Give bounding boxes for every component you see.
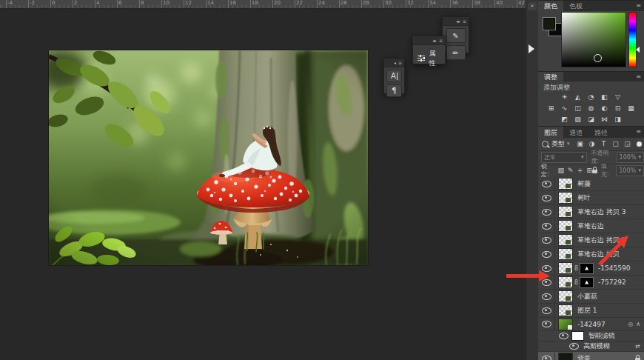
tab-swatches[interactable]: 色板 — [563, 1, 588, 11]
threshold-icon[interactable]: ▨ — [573, 115, 583, 124]
visibility-toggle[interactable] — [538, 219, 555, 233]
opacity-select[interactable]: 100% ▾ — [617, 152, 644, 163]
levels-icon[interactable]: ◭ — [573, 93, 583, 101]
visibility-toggle[interactable] — [538, 177, 555, 190]
layer-thumbnail[interactable] — [558, 290, 573, 302]
layer-thumbnail[interactable] — [558, 276, 573, 288]
photo-filter-icon[interactable]: ◍ — [586, 104, 596, 113]
layer-row[interactable]: 草堆右边 拷贝 — [538, 247, 644, 261]
expand-panels-icon[interactable]: » — [528, 2, 537, 10]
paragraph-panel-icon[interactable]: ¶ — [386, 84, 402, 97]
filter-toggle-icon[interactable] — [637, 141, 642, 147]
foreground-color-swatch[interactable] — [543, 18, 555, 30]
visibility-toggle[interactable] — [538, 352, 555, 360]
mask-icon[interactable]: ◨ — [613, 115, 623, 124]
visibility-toggle[interactable] — [538, 191, 555, 204]
lock-artboard-icon[interactable]: ⊞ — [586, 167, 592, 174]
smart-filters-row[interactable]: 智能滤镜 — [538, 331, 644, 341]
filter-adjustment-layers-icon[interactable]: ◑ — [588, 139, 597, 148]
lock-position-icon[interactable]: + — [577, 167, 583, 174]
layer-row-smart-object[interactable]: -142497 ◎ ∧ — [538, 318, 644, 331]
hue-slider-arrow[interactable] — [636, 47, 640, 53]
tab-adjustments[interactable]: 调整 — [538, 72, 563, 81]
collapse-panel-icon[interactable]: ◂ — [394, 59, 396, 67]
fill-select[interactable]: 100% ▾ — [616, 165, 644, 176]
layer-row-background[interactable]: 背景 — [538, 352, 644, 360]
collapse-panel-icon[interactable]: ◂▸ — [456, 17, 460, 25]
visibility-toggle[interactable] — [538, 290, 555, 303]
panel-menu-icon[interactable]: ≡ — [398, 59, 402, 67]
panel-menu-icon[interactable]: ≡ — [636, 2, 641, 9]
brushes-icon[interactable]: ✏ — [446, 45, 466, 60]
panel-menu-icon[interactable]: ≡ — [636, 128, 641, 135]
panel-menu-icon[interactable]: ≡ — [439, 36, 443, 44]
saturation-brightness-field[interactable] — [561, 12, 626, 67]
invert-icon[interactable]: ◩ — [560, 115, 569, 124]
visibility-toggle[interactable] — [538, 304, 555, 317]
visibility-toggle[interactable] — [538, 233, 555, 247]
foreground-background-swatches[interactable] — [543, 18, 563, 37]
brush-settings-icon[interactable]: ✎ — [446, 28, 466, 43]
smart-filter-fx-icon[interactable]: ◎ — [628, 321, 633, 327]
layer-row[interactable]: 树叶 — [538, 191, 644, 205]
filter-kind-dropdown[interactable]: 类型 — [551, 139, 565, 149]
layer-mask-thumbnail[interactable] — [580, 263, 594, 274]
layer-row[interactable]: 图层 1 — [538, 304, 644, 318]
color-balance-icon[interactable]: ∿ — [560, 104, 569, 113]
document-canvas[interactable] — [49, 50, 368, 265]
layer-row[interactable]: 草堆右边 — [538, 219, 644, 233]
curves-icon[interactable]: ◔ — [586, 93, 596, 101]
tab-color[interactable]: 颜色 — [538, 1, 563, 11]
color-cursor[interactable] — [594, 54, 602, 62]
play-triangle-icon[interactable] — [529, 44, 534, 53]
tab-paths[interactable]: 路径 — [588, 127, 614, 138]
hue-saturation-icon[interactable]: ⊞ — [546, 104, 556, 113]
properties-panel-button[interactable]: 属性 — [413, 45, 445, 72]
tab-channels[interactable]: 通道 — [563, 127, 588, 138]
filter-blend-options-icon[interactable]: ⇄ — [635, 343, 640, 350]
layer-thumbnail[interactable] — [558, 304, 573, 316]
panel-menu-icon[interactable]: ≡ — [463, 17, 466, 25]
color-lookup-icon[interactable]: ⊡ — [613, 104, 623, 113]
layer-thumbnail[interactable] — [558, 192, 573, 204]
background-thumbnail[interactable] — [558, 353, 573, 360]
layer-thumbnail[interactable] — [558, 248, 573, 260]
vibrance-icon[interactable]: ▽ — [613, 93, 623, 101]
visibility-toggle[interactable] — [538, 261, 555, 275]
brush-dock-panel[interactable]: ◂▸ ≡ ✎ ✏ — [442, 16, 469, 53]
layer-row[interactable]: 草堆右边 拷贝 2 — [538, 233, 644, 247]
eye-icon[interactable] — [559, 333, 568, 339]
layer-row[interactable]: 草堆右边 拷贝 3 — [538, 205, 644, 219]
tab-layers[interactable]: 图层 — [538, 127, 563, 138]
collapse-panel-icon[interactable]: ◂▸ — [432, 36, 437, 44]
type-dock-panel[interactable]: ◂ ≡ A ¶ — [383, 58, 405, 94]
black-white-icon[interactable]: ◫ — [573, 104, 583, 113]
posterize-icon[interactable]: ▦ — [626, 104, 636, 113]
layer-row[interactable]: 小蘑菇 — [538, 290, 644, 304]
layer-thumbnail[interactable] — [558, 220, 573, 232]
layer-mask-thumbnail[interactable] — [580, 277, 594, 288]
top-ruler[interactable]: -4-2024681012141618202224262830323436384… — [0, 0, 526, 9]
visibility-toggle[interactable] — [538, 247, 555, 261]
lock-pixels-icon[interactable]: ✎ — [568, 167, 574, 174]
properties-dock-panel[interactable]: ◂▸ ≡ 属性 — [412, 36, 446, 64]
layer-row[interactable]: 8 -1545590 — [538, 261, 644, 276]
layer-thumbnail[interactable] — [558, 206, 573, 218]
exposure-icon[interactable]: ◧ — [600, 93, 609, 101]
visibility-toggle[interactable] — [538, 205, 555, 219]
filter-pixel-layers-icon[interactable]: ▣ — [576, 139, 585, 148]
hue-slider[interactable] — [628, 12, 637, 67]
visibility-toggle[interactable] — [538, 318, 555, 330]
layer-thumbnail[interactable] — [558, 178, 573, 190]
smart-filter-mask-thumbnail[interactable] — [571, 331, 584, 341]
filter-type-layers-icon[interactable]: T — [600, 139, 608, 148]
brightness-contrast-icon[interactable]: ☀ — [560, 93, 569, 101]
layer-thumbnail[interactable] — [558, 234, 573, 246]
selective-color-icon[interactable]: ⋈ — [600, 115, 609, 124]
lock-transparency-icon[interactable]: ▨ — [558, 167, 565, 174]
character-panel-icon[interactable]: A — [386, 70, 402, 82]
visibility-toggle[interactable] — [538, 276, 555, 289]
blend-mode-select[interactable]: 正常 ▾ — [541, 152, 587, 163]
layer-row[interactable]: 8 -757292 — [538, 276, 644, 290]
layer-thumbnail[interactable] — [558, 262, 573, 274]
